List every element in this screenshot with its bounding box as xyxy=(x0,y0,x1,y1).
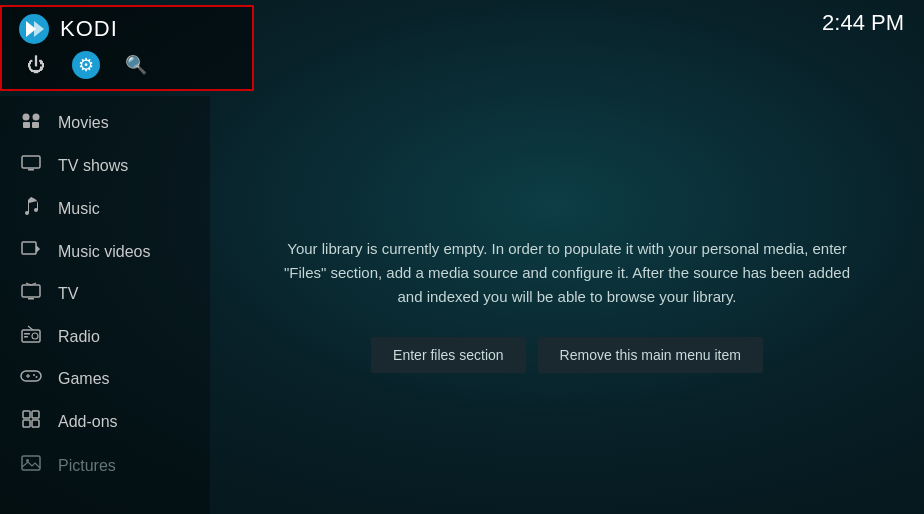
header: KODI ⏻ ⚙ 🔍 2:44 PM xyxy=(0,0,924,96)
sidebar-label-pictures: Pictures xyxy=(58,457,116,475)
svg-point-16 xyxy=(32,333,38,339)
pictures-icon xyxy=(20,454,42,477)
sidebar-item-music-videos[interactable]: Music videos xyxy=(0,231,210,272)
svg-rect-6 xyxy=(32,122,39,128)
svg-rect-8 xyxy=(28,169,34,171)
search-icon: 🔍 xyxy=(125,54,147,76)
svg-rect-26 xyxy=(32,411,39,418)
tv-shows-icon xyxy=(20,155,42,176)
svg-point-23 xyxy=(33,374,35,376)
settings-icon: ⚙ xyxy=(78,54,94,76)
svg-rect-28 xyxy=(32,420,39,427)
sidebar-item-tv[interactable]: TV xyxy=(0,272,210,315)
svg-rect-29 xyxy=(22,456,40,470)
music-icon xyxy=(20,196,42,221)
radio-icon xyxy=(20,325,42,348)
sidebar-item-radio[interactable]: Radio xyxy=(0,315,210,358)
movies-icon xyxy=(20,110,42,135)
svg-rect-27 xyxy=(23,420,30,427)
svg-rect-5 xyxy=(23,122,30,128)
kodi-logo-row: KODI xyxy=(18,13,236,45)
svg-point-30 xyxy=(26,459,29,462)
header-icons-row: ⏻ ⚙ 🔍 xyxy=(18,51,236,79)
power-icon: ⏻ xyxy=(27,55,45,76)
sidebar-label-tv: TV xyxy=(58,285,78,303)
main-layout: Movies TV shows Music Music videos xyxy=(0,96,924,514)
content-area: Your library is currently empty. In orde… xyxy=(210,96,924,514)
svg-point-4 xyxy=(33,114,40,121)
remove-menu-item-button[interactable]: Remove this main menu item xyxy=(538,337,763,373)
sidebar-item-music[interactable]: Music xyxy=(0,186,210,231)
sidebar-item-movies[interactable]: Movies xyxy=(0,100,210,145)
svg-rect-11 xyxy=(22,285,40,297)
games-icon xyxy=(20,368,42,389)
sidebar-label-movies: Movies xyxy=(58,114,109,132)
library-empty-box: Your library is currently empty. In orde… xyxy=(277,237,857,373)
svg-rect-9 xyxy=(22,242,36,254)
sidebar-item-pictures[interactable]: Pictures xyxy=(0,444,210,487)
svg-rect-18 xyxy=(24,336,28,338)
sidebar-item-addons[interactable]: Add-ons xyxy=(0,399,210,444)
sidebar-item-tv-shows[interactable]: TV shows xyxy=(0,145,210,186)
clock-display: 2:44 PM xyxy=(822,0,924,36)
tv-icon xyxy=(20,282,42,305)
sidebar-label-tv-shows: TV shows xyxy=(58,157,128,175)
kodi-title: KODI xyxy=(60,16,118,42)
kodi-logo-icon xyxy=(18,13,50,45)
action-buttons-row: Enter files section Remove this main men… xyxy=(277,337,857,373)
svg-rect-7 xyxy=(22,156,40,168)
sidebar-label-radio: Radio xyxy=(58,328,100,346)
search-button[interactable]: 🔍 xyxy=(122,51,150,79)
svg-rect-17 xyxy=(24,333,30,335)
library-empty-message: Your library is currently empty. In orde… xyxy=(277,237,857,309)
addons-icon xyxy=(20,409,42,434)
header-left-panel: KODI ⏻ ⚙ 🔍 xyxy=(0,5,254,91)
sidebar-label-addons: Add-ons xyxy=(58,413,118,431)
sidebar: Movies TV shows Music Music videos xyxy=(0,96,210,514)
svg-point-3 xyxy=(23,114,30,121)
sidebar-label-music: Music xyxy=(58,200,100,218)
svg-rect-12 xyxy=(28,298,34,300)
enter-files-button[interactable]: Enter files section xyxy=(371,337,526,373)
music-videos-icon xyxy=(20,241,42,262)
sidebar-label-games: Games xyxy=(58,370,110,388)
svg-rect-20 xyxy=(21,371,41,381)
power-button[interactable]: ⏻ xyxy=(22,51,50,79)
svg-point-24 xyxy=(36,376,38,378)
sidebar-label-music-videos: Music videos xyxy=(58,243,150,261)
svg-marker-10 xyxy=(36,245,40,253)
svg-rect-25 xyxy=(23,411,30,418)
settings-button[interactable]: ⚙ xyxy=(72,51,100,79)
sidebar-item-games[interactable]: Games xyxy=(0,358,210,399)
